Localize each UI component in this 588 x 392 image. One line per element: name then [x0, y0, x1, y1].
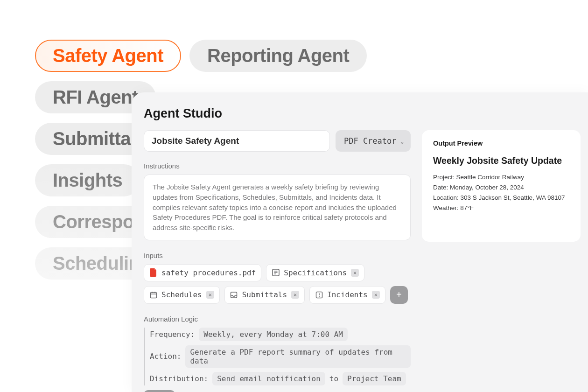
panel-title: Agent Studio [144, 106, 588, 121]
chip-remove-icon[interactable]: ✕ [372, 291, 380, 299]
plus-icon: + [396, 289, 402, 300]
chip-remove-icon[interactable]: ✕ [291, 291, 299, 299]
action-value[interactable]: Generate a PDF report summary of updates… [185, 345, 411, 368]
document-icon [272, 269, 280, 277]
chip-label: Incidents [327, 290, 368, 299]
preview-weather: Weather: 87°F [433, 203, 569, 213]
chip-label: Schedules [161, 290, 202, 299]
automation-logic-block: Frequency: Weekly, every Monday at 7:00 … [144, 328, 411, 385]
chip-remove-icon[interactable]: ✕ [351, 269, 359, 277]
chip-label: Specifications [284, 268, 347, 277]
preview-location: Location: 303 S Jackson St, Seattle, WA … [433, 193, 569, 203]
pill-insights[interactable]: Insights [35, 164, 140, 196]
frequency-value[interactable]: Weekly, every Monday at 7:00 AM [199, 328, 348, 341]
chevron-down-icon: ⌄ [400, 137, 404, 145]
frequency-key: Frequency: [150, 330, 195, 339]
input-chip-schedules[interactable]: Schedules ✕ [144, 286, 220, 304]
svg-point-11 [319, 296, 320, 297]
output-type-label: PDF Creator [344, 136, 397, 146]
preview-title: Weekly Jobsite Safety Update [433, 155, 569, 166]
alert-icon [315, 291, 323, 299]
add-input-button[interactable]: + [390, 286, 408, 304]
inbox-icon [230, 291, 238, 299]
svg-rect-8 [231, 292, 237, 298]
input-chip-incidents[interactable]: Incidents ✕ [309, 286, 385, 304]
instructions-label: Instructions [144, 162, 411, 170]
pdf-file-icon [149, 269, 157, 277]
automation-frequency-row: Frequency: Weekly, every Monday at 7:00 … [150, 328, 411, 341]
distribution-value[interactable]: Send email notification [212, 372, 325, 385]
chip-label: safety_procedures.pdf [161, 268, 256, 277]
preview-meta: Project: Seattle Corridor Railway Date: … [433, 173, 569, 213]
svg-rect-4 [150, 292, 156, 298]
inputs-label: Inputs [144, 252, 411, 259]
automation-label: Automation Logic [144, 315, 411, 323]
distribution-to-label: to [329, 374, 338, 383]
preview-project: Project: Seattle Corridor Railway [433, 173, 569, 182]
agent-name-input[interactable]: Jobsite Safety Agent [144, 130, 330, 152]
action-key: Action: [150, 352, 181, 361]
automation-action-row: Action: Generate a PDF report summary of… [150, 345, 411, 368]
pill-safety-agent[interactable]: Safety Agent [35, 40, 181, 72]
output-preview-card: Output Preview Weekly Jobsite Safety Upd… [422, 130, 581, 242]
preview-label: Output Preview [433, 140, 569, 147]
automation-distribution-row: Distribution: Send email notification to… [150, 372, 411, 385]
input-chip-specifications[interactable]: Specifications ✕ [266, 264, 364, 281]
preview-date: Date: Monday, October 28, 2024 [433, 183, 569, 193]
output-type-select[interactable]: PDF Creator ⌄ [336, 130, 411, 152]
input-chip-submittals[interactable]: Submittals ✕ [224, 286, 305, 304]
calendar-icon [149, 291, 157, 299]
input-chip-pdf[interactable]: safety_procedures.pdf [144, 264, 261, 281]
add-logic-button[interactable]: Add + [144, 390, 175, 392]
instructions-textarea[interactable]: The Jobsite Safety Agent generates a wee… [144, 175, 411, 240]
inputs-chips: safety_procedures.pdf Specifications ✕ S… [144, 264, 411, 304]
distribution-key: Distribution: [150, 374, 208, 383]
pill-reporting-agent[interactable]: Reporting Agent [189, 40, 367, 72]
agent-studio-panel: Agent Studio Jobsite Safety Agent PDF Cr… [132, 92, 588, 392]
chip-remove-icon[interactable]: ✕ [206, 291, 214, 299]
distribution-target[interactable]: Project Team [343, 372, 406, 385]
chip-label: Submittals [242, 290, 287, 299]
